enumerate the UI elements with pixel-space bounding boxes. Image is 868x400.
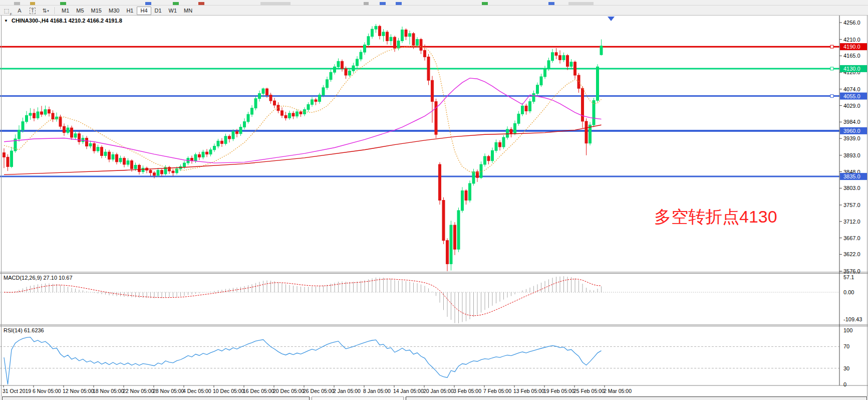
candle-body-bull — [232, 131, 234, 139]
timeframe-button-h1[interactable]: H1 — [123, 7, 137, 15]
candle-body-bear — [442, 200, 445, 240]
chart-plot-area[interactable] — [0, 16, 839, 272]
candle-body-bear — [577, 75, 580, 88]
candle-body-bull — [11, 151, 13, 166]
candle-body-bull — [243, 122, 246, 127]
chart-title: ▼ CHINA300-,H4 4168.1 4210.2 4166.2 4191… — [4, 18, 122, 24]
candle-body-bear — [405, 30, 407, 37]
price-axis[interactable] — [839, 16, 868, 385]
toolbar-icon-fragment — [548, 2, 554, 5]
candle-body-bear — [435, 102, 437, 135]
candle-body-bull — [469, 183, 471, 201]
candle-body-bear — [149, 170, 152, 173]
candle-body-bull — [22, 122, 24, 130]
toolbar-icon-fragment — [198, 2, 204, 5]
candle-body-bear — [116, 154, 118, 162]
candle-body-bull — [247, 114, 249, 122]
candle-body-bull — [416, 40, 419, 46]
candle-body-bull — [570, 62, 572, 67]
candle-body-bull — [330, 72, 332, 80]
candle-body-bull — [37, 112, 39, 118]
chart-text-annotation[interactable]: 多空转折点4130 — [654, 206, 777, 229]
candle-body-bull — [112, 154, 114, 159]
drawing-tools-group: ⬚FAT⇅▾ — [0, 6, 52, 15]
timeframe-button-m30[interactable]: M30 — [105, 7, 123, 15]
candle-body-bull — [127, 161, 129, 164]
timeframe-button-m5[interactable]: M5 — [73, 7, 87, 15]
candle-body-bear — [63, 126, 66, 132]
candle-body-bull — [213, 146, 216, 150]
candle-body-bear — [221, 141, 223, 143]
candle-body-bull — [194, 154, 197, 160]
candle-body-bear — [273, 101, 276, 105]
candle-body-bull — [360, 52, 362, 59]
candle-body-bear — [525, 106, 527, 111]
timeframe-button-m15[interactable]: M15 — [88, 7, 105, 15]
candle-body-bull — [26, 115, 28, 121]
timeframe-button-w1[interactable]: W1 — [165, 7, 181, 15]
candle-body-bull — [461, 191, 464, 211]
candle-body-bear — [198, 154, 201, 157]
toolbar-icon-fragment — [380, 2, 386, 5]
candle-body-bull — [322, 88, 325, 95]
candle-body-bear — [454, 225, 456, 249]
toolbar-icon-fragment — [396, 2, 402, 5]
rsi-name: RSI(14) — [4, 327, 23, 333]
candle-body-bull — [506, 129, 509, 137]
candle-body-bull — [326, 80, 329, 88]
candle-body-bull — [349, 71, 351, 75]
candle-body-bear — [315, 100, 317, 102]
candle-body-bull — [472, 172, 475, 183]
text-label-icon[interactable]: A — [14, 7, 25, 15]
line-anchor-4055[interactable] — [830, 95, 833, 98]
candle-body-bull — [356, 59, 359, 66]
candle-body-bull — [536, 85, 539, 94]
candle-body-bull — [514, 123, 516, 133]
candle-body-bull — [364, 45, 366, 52]
candle-body-bull — [521, 106, 524, 114]
trading-terminal: ⬚FAT⇅▾ M1M5M15M30H1H4D1W1MN 4256.04210.0… — [0, 0, 868, 400]
timeframe-button-mn[interactable]: MN — [180, 7, 196, 15]
candle-body-bear — [574, 62, 576, 75]
candle-body-bull — [484, 156, 486, 164]
candle-body-bull — [18, 130, 21, 139]
timeframe-button-d1[interactable]: D1 — [151, 7, 165, 15]
candle-body-bull — [142, 168, 144, 171]
candle-body-bull — [209, 150, 212, 154]
candle-body-bull — [593, 100, 595, 125]
snap-grid-icon[interactable]: ⬚F — [1, 7, 12, 15]
candle-body-bull — [319, 95, 321, 101]
toolbar-icon-fragment — [173, 2, 179, 5]
line-anchor-4130[interactable] — [830, 67, 833, 70]
candle-body-bull — [97, 147, 99, 151]
candle-body-bear — [52, 113, 54, 119]
timeframe-button-m1[interactable]: M1 — [58, 7, 73, 15]
line-anchor-4190[interactable] — [830, 45, 833, 48]
candle-body-bear — [427, 57, 430, 81]
candle-body-bull — [457, 211, 460, 249]
candle-body-bear — [86, 138, 88, 146]
candle-body-bear — [439, 164, 441, 200]
candle-body-bull — [337, 61, 340, 67]
candle-body-bull — [532, 94, 535, 102]
arrange-objects-icon[interactable]: ⇅▾ — [40, 7, 51, 15]
candle-body-bear — [161, 170, 163, 174]
candle-body-bear — [33, 113, 36, 118]
candle-body-bear — [172, 171, 174, 173]
toolbar: ⬚FAT⇅▾ M1M5M15M30H1H4D1W1MN — [0, 6, 868, 16]
candle-body-bull — [67, 128, 69, 132]
candle-body-bear — [487, 156, 490, 161]
candle-body-bull — [258, 94, 261, 99]
candle-body-bear — [559, 56, 561, 60]
candle-body-bull — [502, 137, 505, 147]
symbol-dropdown-icon[interactable]: ▼ — [4, 19, 8, 23]
candle-body-bear — [131, 161, 133, 169]
candle-body-bull — [183, 163, 186, 166]
candle-body-bull — [397, 41, 400, 48]
candle-body-bull — [589, 125, 592, 143]
timeframe-button-h4[interactable]: H4 — [137, 7, 151, 15]
candle-body-bear — [101, 147, 103, 156]
candle-body-bear — [236, 131, 238, 133]
time-axis[interactable] — [0, 385, 868, 396]
text-box-icon[interactable]: T — [27, 7, 38, 15]
